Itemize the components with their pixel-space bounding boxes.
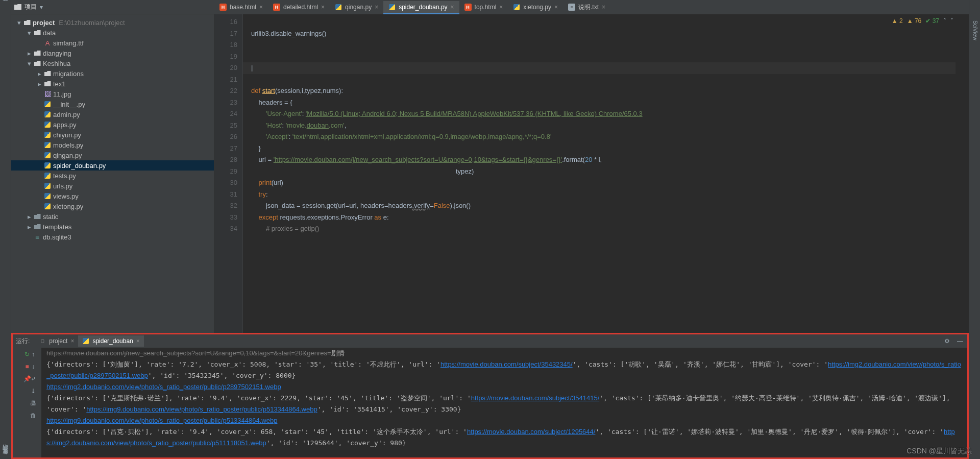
- tree-item[interactable]: ▾data: [11, 28, 214, 38]
- run-tab[interactable]: □project×: [35, 335, 78, 347]
- code-line[interactable]: }: [251, 143, 955, 155]
- tree-item[interactable]: ▸tex1: [11, 79, 214, 89]
- editor-tab[interactable]: Hbase.html×: [214, 1, 268, 14]
- code-editor[interactable]: ▲ 2 ▲ 76 ✔ 37 ˄ ˅ 1617181920212223242526…: [214, 14, 969, 333]
- tree-root[interactable]: ▾projectE:\01zhuomian\project: [11, 17, 214, 28]
- code-line[interactable]: 'Host': 'movie.douban.com',: [251, 120, 955, 132]
- editor-tab[interactable]: ≡说明.txt×: [563, 1, 610, 14]
- html-file-icon: H: [464, 4, 472, 11]
- tree-item[interactable]: apps.py: [11, 119, 214, 130]
- code-line[interactable]: [251, 39, 955, 51]
- font-icon: A: [44, 39, 51, 46]
- tree-item[interactable]: __init__.py: [11, 99, 214, 109]
- tree-item-label: models.py: [53, 141, 83, 149]
- left-tool-gutter: 项目 结构 收藏夹: [0, 0, 11, 459]
- tree-item-label: tex1: [53, 80, 66, 88]
- tree-arrow-icon[interactable]: ▸: [37, 70, 42, 78]
- tree-item[interactable]: spider_douban.py: [11, 160, 214, 171]
- close-icon[interactable]: ×: [70, 337, 74, 345]
- tree-item[interactable]: views.py: [11, 191, 214, 201]
- folder-icon: [34, 50, 41, 57]
- tree-item[interactable]: 🖼11.jpg: [11, 89, 214, 99]
- close-icon[interactable]: ×: [554, 4, 558, 11]
- close-icon[interactable]: ×: [451, 4, 454, 11]
- code-line[interactable]: [251, 16, 955, 28]
- gutter-sciview[interactable]: SciView: [972, 20, 978, 40]
- tree-item[interactable]: chiyun.py: [11, 130, 214, 140]
- up-icon[interactable]: ↑: [32, 351, 35, 358]
- project-tree[interactable]: ▾projectE:\01zhuomian\project▾dataAsimfa…: [11, 14, 214, 333]
- scroll-end-icon[interactable]: ⤓: [31, 388, 36, 395]
- editor-tab[interactable]: Hdetailed.html×: [268, 1, 330, 14]
- tree-arrow-icon[interactable]: ▾: [27, 60, 32, 67]
- tree-item-label: __init__.py: [53, 101, 85, 108]
- editor-tab[interactable]: spider_douban.py×: [383, 1, 459, 14]
- code-line[interactable]: 'Accept': 'text/html,application/xhtml+x…: [251, 131, 955, 143]
- down-icon[interactable]: ↓: [32, 363, 35, 370]
- close-icon[interactable]: ×: [499, 4, 503, 11]
- soft-wrap-icon[interactable]: ⤶: [31, 375, 36, 382]
- close-icon[interactable]: ×: [259, 4, 263, 11]
- db-icon: ≡: [34, 233, 41, 240]
- tree-item[interactable]: ▸diangying: [11, 48, 214, 58]
- folder-o-icon: [34, 213, 41, 220]
- run-console-output[interactable]: https://movie.douban.com/j/new_search_su…: [41, 348, 967, 457]
- tree-item[interactable]: qingan.py: [11, 150, 214, 160]
- tree-item[interactable]: Asimfang.ttf: [11, 38, 214, 48]
- close-icon[interactable]: ×: [136, 337, 140, 345]
- run-tab-icon: [82, 337, 89, 345]
- tree-item[interactable]: ▾Keshihua: [11, 58, 214, 68]
- tree-item[interactable]: admin.py: [11, 109, 214, 119]
- print-icon[interactable]: 🖶: [30, 400, 36, 407]
- html-file-icon: H: [273, 4, 280, 11]
- code-line[interactable]: [251, 51, 955, 63]
- close-icon[interactable]: ×: [375, 4, 378, 11]
- code-line[interactable]: json_data = session.get(url=url, headers…: [251, 200, 955, 212]
- code-line[interactable]: url = 'https://movie.douban.com/j/new_se…: [251, 154, 955, 166]
- py-file-icon: [513, 4, 520, 11]
- code-line[interactable]: |: [251, 62, 955, 74]
- code-line[interactable]: try:: [251, 189, 955, 201]
- line-number-gutter[interactable]: 16171819202122232425262728293031323334: [214, 14, 243, 333]
- tree-item[interactable]: urls.py: [11, 181, 214, 191]
- editor-tab[interactable]: qingan.py×: [330, 1, 383, 14]
- code-line[interactable]: except requests.exceptions.ProxyError as…: [251, 212, 955, 224]
- editor-tab[interactable]: xietong.py×: [508, 1, 563, 14]
- tree-arrow-icon[interactable]: ▸: [27, 213, 32, 221]
- tree-item[interactable]: ▸static: [11, 211, 214, 222]
- run-tab[interactable]: spider_douban×: [78, 335, 143, 347]
- tree-arrow-icon[interactable]: ▸: [27, 223, 32, 231]
- tree-item[interactable]: ▸migrations: [11, 68, 214, 79]
- tree-item-label: tests.py: [53, 172, 76, 180]
- code-line[interactable]: urllib3.disable_warnings(): [251, 28, 955, 40]
- editor-inspection-status[interactable]: ▲ 2 ▲ 76 ✔ 37 ˄ ˅: [892, 17, 953, 25]
- code-line[interactable]: 'User-Agent': 'Mozilla/5.0 (Linux; Andro…: [251, 108, 955, 120]
- tree-item[interactable]: xietong.py: [11, 201, 214, 211]
- py-icon: [44, 203, 51, 210]
- code-line[interactable]: print(url): [251, 177, 955, 189]
- editor-tab[interactable]: Htop.html×: [459, 1, 508, 14]
- folder-icon: [34, 60, 41, 67]
- tree-arrow-icon[interactable]: ▸: [37, 80, 42, 88]
- tab-label: xietong.py: [523, 4, 551, 11]
- code-line[interactable]: typez): [251, 166, 955, 178]
- dropdown-icon[interactable]: ▾: [40, 4, 43, 11]
- tree-item[interactable]: models.py: [11, 140, 214, 150]
- clear-icon[interactable]: 🗑: [30, 412, 36, 419]
- code-line[interactable]: [251, 74, 955, 86]
- code-line[interactable]: headers = {: [251, 97, 955, 109]
- close-icon[interactable]: ×: [321, 4, 325, 11]
- tree-arrow-icon[interactable]: ▸: [27, 50, 32, 57]
- py-icon: [44, 192, 51, 200]
- code-line[interactable]: # proxies = getip(): [251, 223, 955, 235]
- close-icon[interactable]: ×: [602, 4, 605, 11]
- code-line[interactable]: def start(session,i,typez,nums):: [251, 85, 955, 97]
- tree-item[interactable]: ≡db.sqlite3: [11, 232, 214, 242]
- run-settings-icon[interactable]: ⚙: [943, 337, 951, 345]
- tree-arrow-icon[interactable]: ▾: [27, 29, 32, 37]
- run-hide-icon[interactable]: —: [956, 337, 964, 345]
- tree-item[interactable]: ▸templates: [11, 222, 214, 232]
- tree-item[interactable]: tests.py: [11, 171, 214, 181]
- tree-item-label: qingan.py: [53, 152, 82, 159]
- code-area[interactable]: urllib3.disable_warnings() | def start(s…: [251, 16, 955, 333]
